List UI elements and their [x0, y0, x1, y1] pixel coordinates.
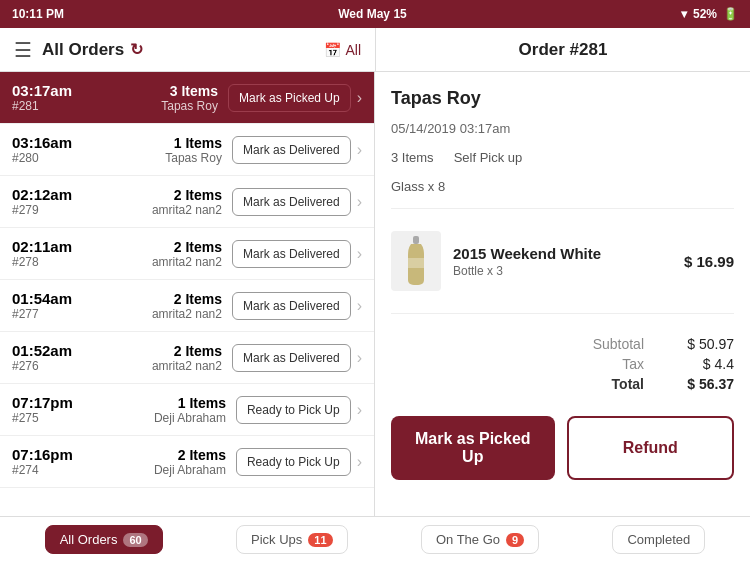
order-action-col: Mark as Delivered › — [232, 136, 362, 164]
calendar-icon: 📅 — [324, 42, 341, 58]
order-item[interactable]: 07:17pm #275 1 Items Deji Abraham Ready … — [0, 384, 374, 436]
order-number: #277 — [12, 307, 72, 321]
mark-as-picked-up-button[interactable]: Mark as Picked Up — [391, 416, 555, 480]
order-action-col: Mark as Picked Up › — [228, 84, 362, 112]
order-number: #278 — [12, 255, 72, 269]
order-action-col: Ready to Pick Up › — [236, 396, 362, 424]
order-customer: amrita2 nan2 — [82, 359, 222, 373]
menu-icon[interactable]: ☰ — [14, 38, 32, 62]
order-items-count: 1 Items — [83, 395, 226, 411]
tab-badge: 11 — [308, 533, 332, 547]
order-count-block: 3 Items Tapas Roy — [82, 83, 218, 113]
chevron-right-icon: › — [357, 193, 362, 211]
order-action-col: Mark as Delivered › — [232, 240, 362, 268]
order-info: 02:11am #278 — [12, 238, 72, 269]
status-right: ▾ 52% 🔋 — [681, 7, 738, 21]
order-info: 07:17pm #275 — [12, 394, 73, 425]
order-item[interactable]: 01:54am #277 2 Items amrita2 nan2 Mark a… — [0, 280, 374, 332]
order-info: 07:16pm #274 — [12, 446, 73, 477]
main-content: 03:17am #281 3 Items Tapas Roy Mark as P… — [0, 72, 750, 516]
order-item[interactable]: 02:11am #278 2 Items amrita2 nan2 Mark a… — [0, 228, 374, 280]
tab-item[interactable]: On The Go9 — [421, 525, 539, 554]
detail-date: 05/14/2019 03:17am — [391, 121, 734, 136]
order-action-button[interactable]: Mark as Delivered — [232, 240, 351, 268]
order-action-col: Ready to Pick Up › — [236, 448, 362, 476]
order-count-block: 1 Items Deji Abraham — [83, 395, 226, 425]
chevron-right-icon: › — [357, 141, 362, 159]
chevron-right-icon: › — [357, 349, 362, 367]
tab-badge: 60 — [123, 533, 147, 547]
order-number: #274 — [12, 463, 73, 477]
order-item[interactable]: 03:17am #281 3 Items Tapas Roy Mark as P… — [0, 72, 374, 124]
order-item[interactable]: 03:16am #280 1 Items Tapas Roy Mark as D… — [0, 124, 374, 176]
order-action-button[interactable]: Mark as Delivered — [232, 344, 351, 372]
product-name: 2015 Weekend White — [453, 245, 601, 262]
order-action-button[interactable]: Mark as Delivered — [232, 136, 351, 164]
order-time: 01:52am — [12, 342, 72, 359]
header-right: Order #281 — [375, 28, 750, 71]
order-info: 01:54am #277 — [12, 290, 72, 321]
order-action-button[interactable]: Ready to Pick Up — [236, 396, 351, 424]
order-item[interactable]: 02:12am #279 2 Items amrita2 nan2 Mark a… — [0, 176, 374, 228]
refund-button[interactable]: Refund — [567, 416, 735, 480]
order-items-count: 1 Items — [82, 135, 222, 151]
chevron-right-icon: › — [357, 89, 362, 107]
product-price: $ 16.99 — [684, 253, 734, 270]
tab-item[interactable]: All Orders60 — [45, 525, 163, 554]
subtotal-row: Subtotal $ 50.97 — [391, 336, 734, 352]
order-action-button[interactable]: Ready to Pick Up — [236, 448, 351, 476]
order-item[interactable]: 01:52am #276 2 Items amrita2 nan2 Mark a… — [0, 332, 374, 384]
order-items-count: 2 Items — [82, 239, 222, 255]
order-detail: Tapas Roy 05/14/2019 03:17am 3 Items Sel… — [375, 72, 750, 516]
order-action-button[interactable]: Mark as Picked Up — [228, 84, 351, 112]
order-customer: Deji Abraham — [83, 463, 226, 477]
order-customer: amrita2 nan2 — [82, 203, 222, 217]
status-bar: 10:11 PM Wed May 15 ▾ 52% 🔋 — [0, 0, 750, 28]
subtotal-value: $ 50.97 — [664, 336, 734, 352]
order-count-block: 2 Items amrita2 nan2 — [82, 343, 222, 373]
order-count-block: 1 Items Tapas Roy — [82, 135, 222, 165]
order-action-button[interactable]: Mark as Delivered — [232, 188, 351, 216]
tab-item[interactable]: Completed — [612, 525, 705, 554]
tab-bar: All Orders60Pick Ups11On The Go9Complete… — [0, 516, 750, 562]
order-action-button[interactable]: Mark as Delivered — [232, 292, 351, 320]
order-info: 03:16am #280 — [12, 134, 72, 165]
order-action-col: Mark as Delivered › — [232, 344, 362, 372]
order-time: 01:54am — [12, 290, 72, 307]
order-action-col: Mark as Delivered › — [232, 292, 362, 320]
total-value: $ 56.37 — [664, 376, 734, 392]
order-customer: amrita2 nan2 — [82, 307, 222, 321]
order-count-block: 2 Items amrita2 nan2 — [82, 239, 222, 269]
order-item[interactable]: 07:16pm #274 2 Items Deji Abraham Ready … — [0, 436, 374, 488]
order-time: 03:17am — [12, 82, 72, 99]
total-label: Total — [574, 376, 644, 392]
header-title-text: All Orders — [42, 40, 124, 60]
order-customer: amrita2 nan2 — [82, 255, 222, 269]
svg-rect-1 — [408, 258, 424, 268]
detail-customer: Tapas Roy — [391, 88, 734, 109]
tab-badge: 9 — [506, 533, 524, 547]
battery-icon: 🔋 — [723, 7, 738, 21]
refresh-icon[interactable]: ↻ — [130, 40, 143, 59]
chevron-right-icon: › — [357, 401, 362, 419]
order-time: 03:16am — [12, 134, 72, 151]
order-time: 07:17pm — [12, 394, 73, 411]
order-number: #280 — [12, 151, 72, 165]
action-buttons: Mark as Picked Up Refund — [391, 416, 734, 480]
status-time: 10:11 PM — [12, 7, 64, 21]
order-items-count: 2 Items — [83, 447, 226, 463]
divider2 — [391, 313, 734, 314]
battery-percent: 52% — [693, 7, 717, 21]
order-info: 03:17am #281 — [12, 82, 72, 113]
wifi-icon: ▾ — [681, 7, 687, 21]
status-day: Wed May 15 — [338, 7, 406, 21]
order-items-count: 2 Items — [82, 187, 222, 203]
totals: Subtotal $ 50.97 Tax $ 4.4 Total $ 56.37 — [391, 336, 734, 396]
tab-label: Completed — [627, 532, 690, 547]
filter-label: All — [345, 42, 361, 58]
order-customer: Tapas Roy — [82, 99, 218, 113]
tab-item[interactable]: Pick Ups11 — [236, 525, 348, 554]
header-filter[interactable]: 📅 All — [324, 42, 361, 58]
grand-total-row: Total $ 56.37 — [391, 376, 734, 392]
divider — [391, 208, 734, 209]
